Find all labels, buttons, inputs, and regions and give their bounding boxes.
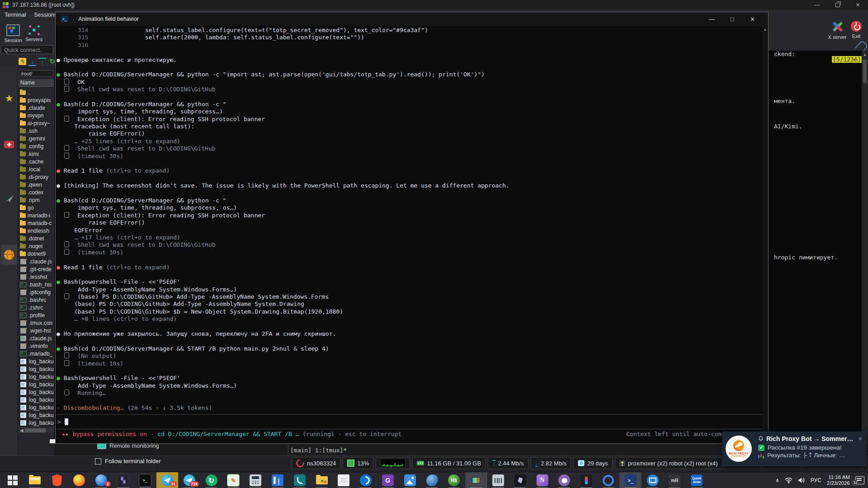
taskbar-item-telegram[interactable]: 31 (156, 472, 179, 488)
file-list-item[interactable]: .npm (19, 196, 54, 204)
wifi-icon[interactable] (785, 477, 793, 483)
file-list-item[interactable]: mariadb-c (19, 219, 54, 227)
file-list-item[interactable]: .bashrc (19, 296, 54, 304)
close-button[interactable]: ✕ (742, 12, 763, 26)
file-list-item[interactable]: log_backu (19, 419, 54, 427)
taskbar-item-file-explorer[interactable] (24, 472, 46, 488)
file-list-item[interactable]: .. (19, 89, 54, 96)
taskbar-item-fish[interactable] (421, 472, 443, 488)
action-center-icon[interactable]: 32 (855, 476, 864, 484)
file-list-item[interactable]: endlessh (19, 227, 54, 235)
file-list-item[interactable]: .claude.js (19, 258, 54, 265)
maximize-button[interactable]: □ (722, 12, 742, 26)
taskbar-item-sync[interactable] (200, 472, 222, 488)
toolbar-servers-button[interactable]: Servers (24, 24, 44, 42)
file-list-item[interactable]: .claude.js (19, 334, 54, 342)
file-list-item[interactable]: mariadb-i (19, 211, 54, 219)
file-list-item[interactable]: log_backu (19, 365, 54, 373)
file-list-item[interactable]: .ssh (19, 127, 54, 135)
file-list-item[interactable]: log_backu (19, 373, 54, 380)
sidebar-tab-favorites[interactable]: ★ (1, 89, 17, 108)
taskbar-item-firefox[interactable] (68, 472, 90, 488)
tray-expand-icon[interactable]: ∧ (775, 477, 779, 483)
file-list-item[interactable]: .local (19, 165, 54, 173)
prompt-input[interactable]: > (57, 414, 762, 429)
file-list-item[interactable]: .git-crede (19, 265, 54, 273)
keyboard-language[interactable]: РУС (811, 477, 821, 483)
sidebar-tab-tools[interactable]: ✚ (1, 135, 17, 155)
sidebar-tab-macros[interactable] (1, 189, 17, 209)
taskbar-item-g-app[interactable] (377, 472, 399, 488)
file-list-item[interactable]: .profile (19, 311, 54, 319)
taskbar-item-powershell[interactable] (619, 472, 642, 488)
file-list-item[interactable]: .zshrc (19, 304, 54, 311)
taskbar-item-figma[interactable] (576, 472, 598, 488)
file-list-item[interactable]: .gemini (19, 135, 54, 142)
file-list-item[interactable]: .kimi (19, 150, 54, 158)
taskbar-item-calculator[interactable] (245, 472, 267, 488)
taskbar-item-obsidian[interactable] (509, 472, 531, 488)
claude-window-titlebar[interactable]: >_ · Animation field behavior (56, 12, 768, 26)
file-list-item[interactable]: .claude (19, 104, 54, 112)
file-list-item[interactable]: .mariadb_ (19, 350, 54, 357)
file-list-item[interactable]: .tmux.con (19, 319, 54, 327)
scroll-up-icon[interactable]: ▲ (862, 51, 868, 57)
taskbar-item-teal-tool[interactable] (288, 472, 311, 488)
file-list-item[interactable]: .dotnet (19, 235, 54, 242)
file-list-item[interactable]: .di-proxy (19, 173, 54, 181)
file-list-item[interactable]: proxyapis (19, 96, 54, 104)
close-icon[interactable]: × (858, 436, 862, 441)
file-list-item[interactable]: log_backu (19, 357, 54, 365)
taskbar-item-swirl[interactable] (355, 472, 377, 488)
path-input[interactable]: /root/ (19, 70, 53, 77)
taskbar-item-mobaxterm[interactable] (465, 472, 487, 488)
claude-window-scrollbar[interactable]: ▲ (762, 26, 768, 443)
download-icon[interactable]: ↓ (28, 58, 36, 66)
file-list-item[interactable]: log_backu (19, 404, 54, 411)
file-list-item[interactable]: log_backu (19, 380, 54, 388)
file-list-item[interactable]: .gitconfig (19, 288, 54, 296)
taskbar-item-cmd[interactable] (134, 472, 156, 488)
taskbar-item-mremoteng[interactable] (664, 472, 686, 488)
file-list-item[interactable]: .qwen (19, 181, 54, 188)
file-list-item[interactable]: .config (19, 142, 54, 150)
file-list-item[interactable]: myvpn (19, 112, 54, 119)
taskbar-item-game[interactable] (112, 472, 134, 488)
file-list-item[interactable]: dotnet9 (19, 250, 54, 258)
taskbar-item-brave[interactable] (46, 472, 68, 488)
taskbar-item-quickutmo[interactable]: Quick utmo (686, 472, 708, 488)
tray-clock[interactable]: 11:16 AM2/23/2026 (827, 474, 850, 486)
menu-terminal[interactable]: Terminal (5, 12, 26, 21)
restore-button[interactable] (827, 0, 848, 10)
taskbar-item-blue-sphere[interactable]: 2 (90, 472, 112, 488)
file-list-item[interactable]: log_backu (19, 411, 54, 419)
toolbar-xserver-button[interactable]: X server (826, 21, 849, 40)
scroll-up-icon[interactable]: ▲ (762, 26, 768, 32)
file-list-item[interactable]: .wget-hst (19, 327, 54, 334)
telegram-notification[interactable]: RICH PROXY TELEGRAM-BOT Rich Proxy Bot →… (722, 432, 867, 466)
close-button[interactable]: ✕ (848, 0, 868, 10)
scroll-left-icon[interactable]: ◀ (19, 428, 25, 433)
file-list-item[interactable]: log_backu (19, 396, 54, 404)
taskbar-item-notepad[interactable] (333, 472, 355, 488)
taskbar-item-notion[interactable] (531, 472, 553, 488)
taskbar-item-audio-wave[interactable] (487, 472, 509, 488)
taskbar-item-phone-edit[interactable] (222, 472, 245, 488)
file-list-horizontal-scrollbar[interactable]: ◀ (19, 427, 54, 433)
file-list-item[interactable]: .cache (19, 158, 54, 165)
upload-icon[interactable]: ↑ (38, 58, 46, 66)
file-list-column-header[interactable]: Name (19, 79, 54, 87)
taskbar-item-ring-browser[interactable] (598, 472, 620, 488)
minimize-button[interactable]: — (702, 12, 722, 26)
file-list-item[interactable]: ai-proxy~ (19, 119, 54, 127)
toolbar-exit-button[interactable]: Exit (847, 21, 865, 39)
file-list-item[interactable]: .nuget (19, 242, 54, 250)
menu-sessions[interactable]: Sessions (34, 12, 57, 21)
taskbar-item-blue-window[interactable] (267, 472, 289, 488)
quick-connect-input[interactable]: Quick connect. (1, 45, 53, 54)
taskbar-item-start[interactable] (2, 472, 24, 488)
taskbar-item-heidisql[interactable] (443, 472, 465, 488)
toolbar-session-button[interactable]: Session (3, 24, 24, 43)
background-terminal-scrollbar[interactable]: ▲ (862, 51, 868, 455)
minimize-button[interactable]: — (807, 0, 827, 10)
